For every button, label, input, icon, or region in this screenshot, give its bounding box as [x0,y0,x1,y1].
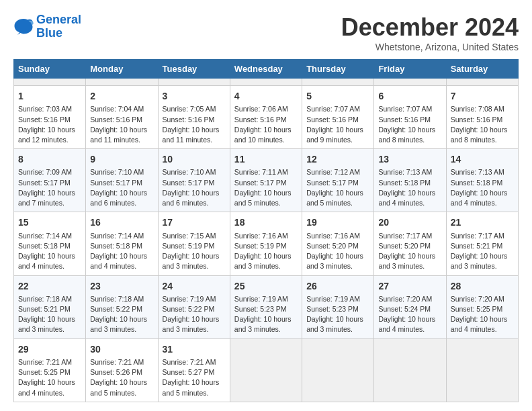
day-info: Sunrise: 7:13 AM Sunset: 5:18 PM Dayligh… [451,167,514,208]
day-info: Sunrise: 7:10 AM Sunset: 5:17 PM Dayligh… [163,167,226,208]
day-header-wednesday: Wednesday [230,60,302,79]
calendar-cell: 19Sunrise: 7:16 AM Sunset: 5:20 PM Dayli… [302,212,374,275]
logo-icon [13,17,34,36]
day-number: 16 [90,216,153,229]
calendar-cell: 20Sunrise: 7:17 AM Sunset: 5:20 PM Dayli… [374,212,446,275]
logo-text: General Blue [36,13,81,40]
calendar-cell: 8Sunrise: 7:09 AM Sunset: 5:17 PM Daylig… [14,149,86,212]
day-number: 12 [306,152,369,166]
day-number: 6 [378,89,441,103]
day-info: Sunrise: 7:07 AM Sunset: 5:16 PM Dayligh… [378,104,441,145]
day-number: 28 [451,279,514,293]
calendar-cell: 21Sunrise: 7:17 AM Sunset: 5:21 PM Dayli… [446,212,518,275]
calendar-cell: 30Sunrise: 7:21 AM Sunset: 5:26 PM Dayli… [86,338,158,402]
calendar-cell [14,79,86,86]
calendar-cell: 12Sunrise: 7:12 AM Sunset: 5:17 PM Dayli… [302,149,374,212]
day-header-sunday: Sunday [14,60,86,79]
day-info: Sunrise: 7:19 AM Sunset: 5:23 PM Dayligh… [234,294,298,335]
day-info: Sunrise: 7:05 AM Sunset: 5:16 PM Dayligh… [163,104,226,145]
calendar-week-3: 15Sunrise: 7:14 AM Sunset: 5:18 PM Dayli… [14,212,519,275]
location: Whetstone, Arizona, United States [341,42,519,52]
day-number: 3 [163,89,226,103]
day-info: Sunrise: 7:12 AM Sunset: 5:17 PM Dayligh… [306,167,369,208]
day-info: Sunrise: 7:19 AM Sunset: 5:23 PM Dayligh… [306,294,369,335]
day-info: Sunrise: 7:08 AM Sunset: 5:16 PM Dayligh… [451,104,514,145]
calendar-cell: 18Sunrise: 7:16 AM Sunset: 5:19 PM Dayli… [230,212,302,275]
calendar-week-0 [14,79,519,86]
day-number: 1 [18,89,81,103]
day-number: 30 [90,342,153,356]
calendar-cell: 31Sunrise: 7:21 AM Sunset: 5:27 PM Dayli… [158,338,230,402]
calendar-cell: 10Sunrise: 7:10 AM Sunset: 5:17 PM Dayli… [158,149,230,212]
calendar-cell [302,338,374,402]
calendar-cell: 2Sunrise: 7:04 AM Sunset: 5:16 PM Daylig… [86,86,158,149]
day-number: 14 [451,152,514,166]
calendar-cell: 25Sunrise: 7:19 AM Sunset: 5:23 PM Dayli… [230,275,302,338]
calendar-cell: 29Sunrise: 7:21 AM Sunset: 5:25 PM Dayli… [14,338,86,402]
day-number: 29 [18,342,81,356]
day-info: Sunrise: 7:21 AM Sunset: 5:26 PM Dayligh… [90,357,153,398]
calendar-cell [302,79,374,86]
calendar-cell: 7Sunrise: 7:08 AM Sunset: 5:16 PM Daylig… [446,86,518,149]
calendar-cell: 22Sunrise: 7:18 AM Sunset: 5:21 PM Dayli… [14,275,86,338]
day-number: 22 [18,279,81,293]
calendar-cell: 28Sunrise: 7:20 AM Sunset: 5:25 PM Dayli… [446,275,518,338]
day-info: Sunrise: 7:15 AM Sunset: 5:19 PM Dayligh… [163,231,226,272]
day-number: 19 [306,216,369,229]
day-header-tuesday: Tuesday [158,60,230,79]
calendar-cell [374,338,446,402]
calendar-cell: 14Sunrise: 7:13 AM Sunset: 5:18 PM Dayli… [446,149,518,212]
calendar-cell: 4Sunrise: 7:06 AM Sunset: 5:16 PM Daylig… [230,86,302,149]
day-header-monday: Monday [86,60,158,79]
day-number: 17 [163,216,226,229]
day-number: 25 [234,279,298,293]
day-info: Sunrise: 7:18 AM Sunset: 5:22 PM Dayligh… [90,294,153,335]
calendar-cell: 5Sunrise: 7:07 AM Sunset: 5:16 PM Daylig… [302,86,374,149]
day-info: Sunrise: 7:04 AM Sunset: 5:16 PM Dayligh… [90,104,153,145]
day-header-thursday: Thursday [302,60,374,79]
day-number: 13 [378,152,441,166]
day-info: Sunrise: 7:17 AM Sunset: 5:21 PM Dayligh… [451,231,514,272]
calendar-cell [230,79,302,86]
calendar-cell: 27Sunrise: 7:20 AM Sunset: 5:24 PM Dayli… [374,275,446,338]
day-number: 2 [90,89,153,103]
day-info: Sunrise: 7:07 AM Sunset: 5:16 PM Dayligh… [306,104,369,145]
day-number: 8 [18,152,81,166]
day-info: Sunrise: 7:20 AM Sunset: 5:24 PM Dayligh… [378,294,441,335]
calendar-cell [374,79,446,86]
calendar-cell [446,79,518,86]
day-info: Sunrise: 7:18 AM Sunset: 5:21 PM Dayligh… [18,294,81,335]
calendar-week-5: 29Sunrise: 7:21 AM Sunset: 5:25 PM Dayli… [14,338,519,402]
month-title: December 2024 [341,13,519,42]
day-number: 5 [306,89,369,103]
day-header-saturday: Saturday [446,60,518,79]
calendar-week-2: 8Sunrise: 7:09 AM Sunset: 5:17 PM Daylig… [14,149,519,212]
title-section: December 2024 Whetstone, Arizona, United… [341,13,519,52]
day-info: Sunrise: 7:06 AM Sunset: 5:16 PM Dayligh… [234,104,298,145]
day-info: Sunrise: 7:10 AM Sunset: 5:17 PM Dayligh… [90,167,153,208]
day-info: Sunrise: 7:11 AM Sunset: 5:17 PM Dayligh… [234,167,298,208]
day-header-friday: Friday [374,60,446,79]
day-info: Sunrise: 7:16 AM Sunset: 5:19 PM Dayligh… [234,231,298,272]
calendar-cell: 15Sunrise: 7:14 AM Sunset: 5:18 PM Dayli… [14,212,86,275]
calendar-cell: 23Sunrise: 7:18 AM Sunset: 5:22 PM Dayli… [86,275,158,338]
calendar-cell: 24Sunrise: 7:19 AM Sunset: 5:22 PM Dayli… [158,275,230,338]
day-number: 27 [378,279,441,293]
calendar-cell [230,338,302,402]
day-info: Sunrise: 7:16 AM Sunset: 5:20 PM Dayligh… [306,231,369,272]
header-row: SundayMondayTuesdayWednesdayThursdayFrid… [14,60,519,79]
day-number: 18 [234,216,298,229]
day-info: Sunrise: 7:03 AM Sunset: 5:16 PM Dayligh… [18,104,81,145]
calendar-cell: 6Sunrise: 7:07 AM Sunset: 5:16 PM Daylig… [374,86,446,149]
day-info: Sunrise: 7:19 AM Sunset: 5:22 PM Dayligh… [163,294,226,335]
day-number: 4 [234,89,298,103]
day-info: Sunrise: 7:14 AM Sunset: 5:18 PM Dayligh… [90,231,153,272]
day-info: Sunrise: 7:13 AM Sunset: 5:18 PM Dayligh… [378,167,441,208]
calendar-cell: 1Sunrise: 7:03 AM Sunset: 5:16 PM Daylig… [14,86,86,149]
calendar-cell: 11Sunrise: 7:11 AM Sunset: 5:17 PM Dayli… [230,149,302,212]
day-number: 20 [378,216,441,229]
calendar-cell: 16Sunrise: 7:14 AM Sunset: 5:18 PM Dayli… [86,212,158,275]
header: General Blue December 2024 Whetstone, Ar… [13,13,519,52]
day-number: 23 [90,279,153,293]
day-number: 26 [306,279,369,293]
